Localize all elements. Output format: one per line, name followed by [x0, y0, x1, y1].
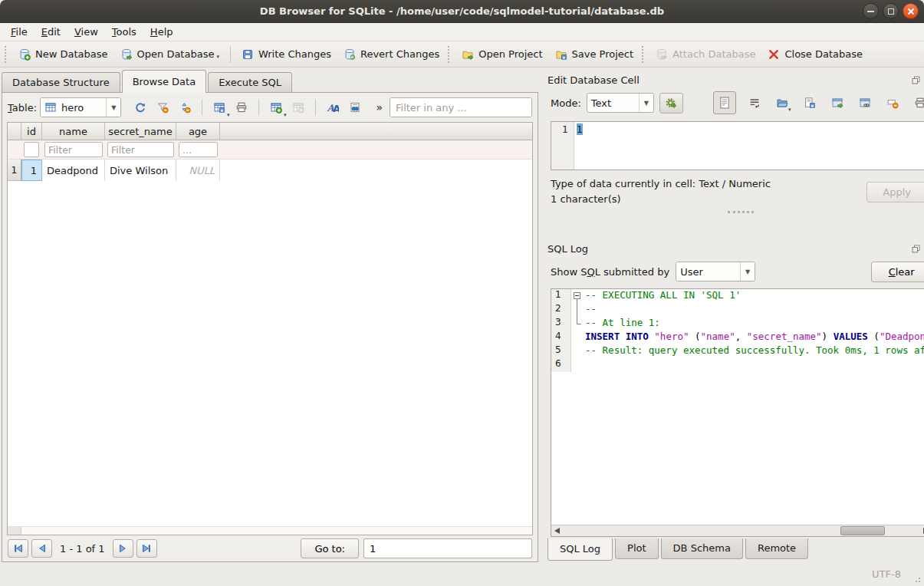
word-wrap-button[interactable]: [745, 94, 764, 112]
maximize-button[interactable]: [883, 3, 899, 19]
cell-secret-name[interactable]: Dive Wilson: [105, 160, 176, 181]
column-header-age[interactable]: age: [176, 123, 220, 140]
filter-any-column-input[interactable]: [390, 97, 532, 117]
filter-input-name[interactable]: [44, 142, 103, 157]
table-icon: [44, 101, 57, 114]
first-record-button[interactable]: [8, 539, 28, 558]
refresh-button[interactable]: [130, 97, 150, 117]
prev-record-button[interactable]: [31, 539, 52, 558]
filter-cell-name: [42, 140, 105, 159]
toolbar-overflow-chevron[interactable]: »: [376, 101, 383, 114]
sql-text: --: [584, 303, 597, 317]
minimize-button[interactable]: [863, 3, 879, 19]
goto-button[interactable]: Go to:: [301, 538, 359, 558]
filter-input-secret-name[interactable]: [107, 142, 174, 157]
open-project-button[interactable]: Open Project: [455, 45, 548, 64]
open-project-icon: [462, 48, 474, 61]
new-database-button[interactable]: New Database: [12, 45, 114, 64]
cell-age[interactable]: NULL: [176, 160, 220, 181]
print-cell-button[interactable]: [911, 94, 924, 112]
sql-log-title: SQL Log: [547, 243, 588, 255]
scrollbar-thumb[interactable]: [840, 526, 885, 535]
sql-source-select[interactable]: User ▼: [676, 262, 755, 281]
gear-icon: [665, 97, 677, 109]
bottom-tab-db-schema[interactable]: DB Schema: [661, 538, 743, 559]
clear-filters-button[interactable]: [153, 97, 173, 117]
toolbar-grip[interactable]: [642, 46, 646, 63]
sql-text: INSERT INTO "hero" ("name", "secret_name…: [584, 331, 924, 344]
dock-float-icon[interactable]: [911, 244, 921, 254]
column-header-name[interactable]: name: [42, 123, 105, 140]
tab-browse-data[interactable]: Browse Data: [122, 70, 207, 93]
font-button[interactable]: AA: [323, 97, 343, 117]
open-database-button[interactable]: Open Database▾: [114, 45, 225, 64]
sql-log-line: 3-- At line 1:: [551, 317, 924, 331]
toolbar-button-label: New Database: [35, 48, 108, 60]
auto-switch-mode-button[interactable]: [659, 93, 683, 114]
table-select[interactable]: hero ▼: [40, 97, 121, 117]
last-record-button[interactable]: [136, 539, 157, 558]
print-table-icon: [235, 101, 248, 114]
dropdown-caret-icon[interactable]: ▾: [216, 54, 219, 60]
filter-input-age[interactable]: [179, 142, 218, 157]
filter-row-filler: [220, 140, 532, 159]
line-number: 4: [551, 331, 571, 344]
clear-log-button[interactable]: Clear: [871, 262, 924, 282]
cell-editor[interactable]: 1 1: [551, 121, 924, 170]
mode-select[interactable]: Text ▼: [587, 93, 654, 113]
row-number[interactable]: 1: [8, 160, 21, 181]
find-replace-button[interactable]: [345, 97, 365, 117]
export-file-button[interactable]: [801, 94, 819, 112]
bottom-tab-remote[interactable]: Remote: [745, 538, 808, 559]
goto-input[interactable]: [363, 538, 532, 558]
filter-row-header: [8, 140, 21, 159]
sql-text: -- At line 1:: [584, 317, 660, 331]
close-database-button[interactable]: Close Database: [761, 45, 869, 64]
close-button[interactable]: [903, 3, 919, 19]
mode-text-button[interactable]: [713, 91, 736, 114]
toolbar-button-label: Save Project: [572, 48, 634, 60]
write-changes-button[interactable]: Write Changes: [235, 45, 337, 64]
insert-record-button[interactable]: ▾: [266, 97, 286, 117]
open-external-button[interactable]: [828, 94, 847, 112]
sql-log-view[interactable]: 1-- EXECUTING ALL IN 'SQL 1'2--3-- At li…: [551, 288, 924, 537]
dropdown-caret-icon[interactable]: ▾: [284, 112, 287, 118]
bottom-tab-sql-log[interactable]: SQL Log: [547, 538, 613, 561]
menu-edit[interactable]: Edit: [35, 25, 67, 39]
revert-changes-button[interactable]: Revert Changes: [337, 45, 446, 64]
export-table-button[interactable]: ▾: [209, 97, 229, 117]
menu-view[interactable]: View: [67, 25, 105, 39]
column-header-id[interactable]: id: [21, 123, 42, 140]
tab-execute-sql[interactable]: Execute SQL: [208, 72, 292, 93]
toolbar-grip[interactable]: [448, 46, 452, 63]
prev-record-icon: [36, 542, 48, 555]
filter-input-id[interactable]: [24, 142, 39, 157]
save-project-button[interactable]: Save Project: [549, 45, 640, 64]
set-null-button[interactable]: [883, 94, 902, 112]
next-record-button[interactable]: [113, 539, 133, 558]
scroll-left-icon[interactable]: [554, 528, 560, 534]
copy-link-button[interactable]: [856, 94, 874, 112]
cell-id[interactable]: 1: [21, 160, 42, 181]
toolbar-grip[interactable]: [5, 46, 8, 63]
clear-sorting-button[interactable]: [175, 97, 195, 117]
tab-database-structure[interactable]: Database Structure: [2, 72, 120, 93]
dock-float-icon[interactable]: [911, 75, 921, 85]
dropdown-caret-icon[interactable]: ▾: [788, 107, 791, 113]
bottom-tab-plot[interactable]: Plot: [615, 538, 659, 559]
cell-name[interactable]: Deadpond: [42, 160, 105, 181]
resize-grip[interactable]: [912, 574, 922, 584]
dock-splitter-handle[interactable]: [547, 207, 924, 216]
titlebar[interactable]: DB Browser for SQLite - /home/user/code/…: [0, 0, 924, 23]
menu-tools[interactable]: Tools: [105, 25, 143, 39]
column-header-secret-name[interactable]: secret_name: [105, 123, 176, 140]
menu-file[interactable]: File: [4, 25, 35, 39]
sql-log-hscrollbar[interactable]: [551, 525, 924, 536]
menu-help[interactable]: Help: [143, 25, 180, 39]
dropdown-caret-icon[interactable]: ▾: [227, 112, 230, 118]
edit-cell-title: Edit Database Cell: [547, 74, 640, 86]
grid-scrollbar[interactable]: [8, 526, 532, 535]
print-table-button[interactable]: [232, 97, 252, 117]
fold-marker[interactable]: [571, 289, 584, 303]
import-file-button[interactable]: ▾: [773, 94, 791, 112]
